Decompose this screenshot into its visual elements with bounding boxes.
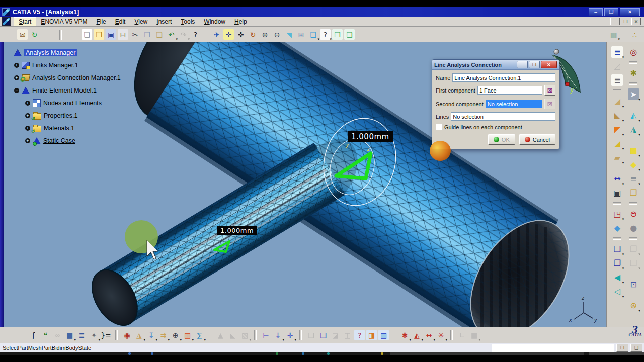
iso-view-icon[interactable]: ❑ [308,29,318,40]
report-icon[interactable]: ≣ [611,74,623,86]
mesh-size-label-2[interactable]: 1.000mm [217,226,257,235]
dialog-maximize-button[interactable]: ❐ [529,61,540,68]
design-table-icon[interactable]: ▦ [64,330,75,340]
pressure-fitting-icon[interactable]: ◨ [366,330,377,340]
help-pointer-icon[interactable]: ? [190,29,201,40]
clipboard-alt-icon[interactable]: ❑ [628,257,639,269]
tree-expander-icon[interactable]: − [14,88,19,93]
menu-help[interactable]: Help [230,18,252,26]
hide-show-icon[interactable]: ❐ [332,29,343,40]
select-arrow-icon[interactable]: ➤ [628,88,639,100]
swap-visible-space-icon[interactable]: ❏ [344,29,355,40]
power-input-toggle-button[interactable]: ❐ [616,344,628,352]
database-export-icon[interactable]: ⊛ [628,300,639,311]
force-icon[interactable]: ⇉ [158,330,169,340]
group-box-alt-icon[interactable]: ❒ [611,257,623,269]
calculator-icon[interactable]: ▦ [608,29,619,40]
whats-this-icon[interactable]: ? [320,29,331,40]
mesh-view-alt-icon[interactable]: ◁ [611,286,623,297]
pan-icon[interactable]: ✜ [235,29,246,40]
spot-weld-icon[interactable]: ✱ [399,330,410,340]
pressure-icon[interactable]: ↧ [146,330,156,340]
second-component-field[interactable] [486,100,542,108]
menu-tools[interactable]: Tools [176,18,199,26]
surface-weld-icon[interactable]: ↔ [424,330,434,340]
axis-restraint-icon[interactable]: ✛ [285,330,295,340]
send-to-icon[interactable]: ✉ [17,29,28,40]
annotations-icon[interactable]: ◳ [611,208,623,220]
cancel-button[interactable]: Cancel [519,134,555,145]
tree-expander-icon[interactable]: + [25,126,30,131]
copy-icon[interactable]: ❐ [142,29,152,40]
refresh-icon[interactable]: ↻ [29,29,40,40]
menu-window[interactable]: Window [199,18,230,26]
menu-insert[interactable]: Insert [152,18,176,26]
dialog-minimize-button[interactable]: – [517,61,528,68]
mesh-gold-icon[interactable]: ◢ [611,138,623,149]
first-component-field[interactable] [477,86,542,95]
tree-expander-icon[interactable]: + [25,113,30,118]
tree-item-analysis-manager[interactable]: Analysis Manager [6,46,156,59]
redo-icon[interactable]: ↷ [178,29,189,40]
cut-icon[interactable]: ✂ [130,29,140,40]
print-icon[interactable]: ⊟ [118,29,128,40]
relations-icon[interactable]: ≣ [76,330,87,340]
open-icon[interactable]: ❒ [94,29,104,40]
lock-icon[interactable]: ✦ [89,330,99,340]
normal-view-icon[interactable]: ◥ [284,29,294,40]
window-close-button[interactable]: ✕ [620,8,640,16]
knowledge-inspector-icon[interactable]: ∴ [629,29,640,40]
clipboard-icon[interactable]: ❐ [628,243,639,255]
mesh-part-icon[interactable]: ◣ [611,110,623,121]
tree-item-properties[interactable]: + Properties.1 [25,109,156,122]
render-capture-icon[interactable]: ▣ [611,187,623,199]
undo-icon[interactable]: ↶ [166,29,177,40]
dialog-toggle-button[interactable]: ❑ [630,344,642,352]
periodicity-icon[interactable]: ? [354,330,365,340]
menu-enovia[interactable]: ENOVIA V5 VPM [36,18,92,26]
color-map-icon[interactable]: ▥ [182,330,193,340]
sum-icon[interactable]: ∑ [194,330,205,340]
material-folder-icon[interactable]: ❒ [628,187,639,199]
fit-all-in-icon[interactable]: ✛ [223,29,234,40]
macros-icon[interactable]: ≣ [611,46,623,58]
seam-strip-icon[interactable]: ▰ [611,152,623,163]
second-component-selector-icon[interactable]: ⊠ [544,99,555,109]
window-titlebar[interactable]: CATIA V5 - [Analysis1] – ❐ ✕ [0,7,644,17]
surface-mesh-icon[interactable]: ◮ [628,124,639,135]
traffic-light-icon[interactable]: ⊜ [628,208,639,220]
search-icon[interactable]: ◎ [628,46,639,58]
comment-icon[interactable]: ❝ [40,330,51,340]
multi-view-icon[interactable]: ⊞ [296,29,306,40]
save-icon[interactable]: ▣ [106,29,116,40]
seam-weld-icon[interactable]: ◭ [412,330,422,340]
compute-icon[interactable]: ◉ [122,330,132,340]
menu-view[interactable]: View [130,18,152,26]
mesh-size-label-1[interactable]: 1.000mm [348,131,393,142]
tree-item-nodes-and-elements[interactable]: + Nodes and Elements [25,97,156,109]
plane-property-icon[interactable]: ◆ [628,159,639,170]
menu-start[interactable]: Start [14,17,36,26]
view-diamond-icon[interactable]: ◆ [611,222,623,234]
tri-mesher-icon[interactable]: ◣ [227,330,238,340]
power-input-field[interactable] [492,344,614,352]
new-document-icon[interactable]: ❏ [82,29,92,40]
document-close-button[interactable]: ✕ [631,18,641,25]
tetra-mesher-icon[interactable]: ▲ [215,330,226,340]
lines-field[interactable] [451,112,555,121]
tree-item-materials[interactable]: + Materials.1 [25,122,156,134]
rotate-icon[interactable]: ↻ [248,29,258,40]
small-tube-mesh[interactable] [83,143,345,327]
gear-icon[interactable]: ✱ [628,67,639,79]
measure-icon[interactable]: ↔ [611,173,623,185]
equivalent-dimensions-icon[interactable]: }= [101,330,111,340]
slider-restraint-icon[interactable]: ↓ [273,330,283,340]
nodes-rule-icon[interactable]: ✳ [436,330,446,340]
analysis-results-icon[interactable]: ◿ [611,60,623,72]
group-box-icon[interactable]: ❑ [611,243,623,255]
zoom-in-icon[interactable]: ⊕ [260,29,270,40]
window-minimize-button[interactable]: – [589,8,603,16]
tree-expander-icon[interactable]: + [14,63,19,68]
compass-free-rotation-handle[interactable] [554,49,559,54]
document-restore-button[interactable]: ❐ [621,18,630,25]
